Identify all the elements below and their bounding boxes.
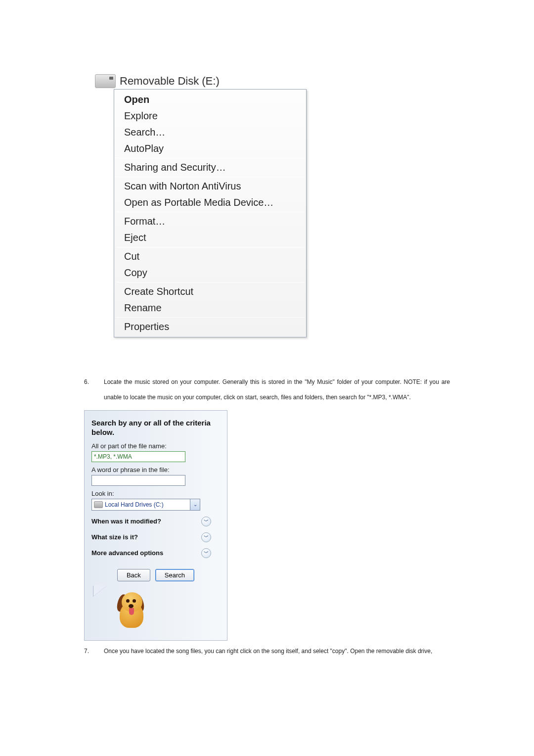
- expander-modified[interactable]: When was it modified?: [91, 518, 161, 525]
- menu-item-open[interactable]: Open: [114, 92, 306, 108]
- menu-item-norton[interactable]: Scan with Norton AntiVirus: [114, 178, 306, 194]
- menu-item-autoplay[interactable]: AutoPlay: [114, 141, 306, 157]
- instruction-step-6: 6. Locate the music stored on your compu…: [84, 375, 450, 405]
- menu-item-explore[interactable]: Explore: [114, 108, 306, 124]
- menu-separator: [116, 212, 304, 212]
- back-button[interactable]: Back: [117, 569, 150, 581]
- lookin-label: Look in:: [91, 490, 220, 497]
- filename-label: All or part of the file name:: [91, 442, 220, 450]
- double-chevron-down-icon: ︾: [204, 534, 209, 541]
- menu-item-sharing[interactable]: Sharing and Security…: [114, 159, 306, 176]
- search-panel-title: Search by any or all of the criteria bel…: [91, 419, 220, 437]
- expander-advanced[interactable]: More advanced options: [91, 549, 163, 557]
- menu-separator: [116, 282, 304, 283]
- menu-item-format[interactable]: Format…: [114, 213, 306, 230]
- menu-item-eject[interactable]: Eject: [114, 230, 306, 246]
- search-panel: Search by any or all of the criteria bel…: [84, 410, 227, 641]
- expand-button[interactable]: ︾: [201, 532, 211, 542]
- search-dog-icon: [113, 589, 147, 631]
- hard-drive-icon: [94, 501, 103, 508]
- drive-title: Removable Disk (E:): [120, 75, 220, 88]
- step-text: Locate the music stored on your computer…: [104, 375, 450, 405]
- menu-separator: [116, 317, 304, 318]
- removable-disk-icon: [95, 74, 116, 88]
- menu-item-cut[interactable]: Cut: [114, 248, 306, 265]
- double-chevron-down-icon: ︾: [204, 518, 209, 525]
- lookin-value: Local Hard Drives (C:): [105, 501, 190, 508]
- phrase-label: A word or phrase in the file:: [91, 466, 220, 473]
- menu-item-search[interactable]: Search…: [114, 124, 306, 141]
- menu-item-create-shortcut[interactable]: Create Shortcut: [114, 284, 306, 300]
- search-button[interactable]: Search: [155, 569, 194, 581]
- context-menu-figure: Removable Disk (E:) Open Explore Search……: [114, 74, 450, 337]
- context-menu: Open Explore Search… AutoPlay Sharing an…: [114, 89, 307, 337]
- double-chevron-down-icon: ︾: [204, 550, 209, 557]
- lookin-select[interactable]: Local Hard Drives (C:) ⌄: [91, 499, 200, 511]
- step-number: 7.: [84, 644, 104, 659]
- expander-size[interactable]: What size is it?: [91, 533, 138, 541]
- menu-item-portable-media[interactable]: Open as Portable Media Device…: [114, 194, 306, 211]
- instruction-step-7: 7. Once you have located the song files,…: [84, 644, 450, 659]
- menu-separator: [116, 158, 304, 158]
- menu-separator: [116, 177, 304, 177]
- menu-item-properties[interactable]: Properties: [114, 319, 306, 335]
- expand-button[interactable]: ︾: [201, 517, 211, 526]
- step-number: 6.: [84, 375, 104, 405]
- step-text: Once you have located the song files, yo…: [104, 644, 450, 659]
- filename-input[interactable]: [91, 451, 185, 462]
- expand-button[interactable]: ︾: [201, 548, 211, 558]
- menu-separator: [116, 247, 304, 247]
- menu-item-copy[interactable]: Copy: [114, 265, 306, 281]
- phrase-input[interactable]: [91, 475, 185, 486]
- speech-tail-icon: [93, 585, 107, 596]
- dropdown-button[interactable]: ⌄: [190, 499, 200, 510]
- chevron-down-icon: ⌄: [193, 502, 197, 507]
- search-assistant-area: [90, 588, 221, 640]
- menu-item-rename[interactable]: Rename: [114, 300, 306, 316]
